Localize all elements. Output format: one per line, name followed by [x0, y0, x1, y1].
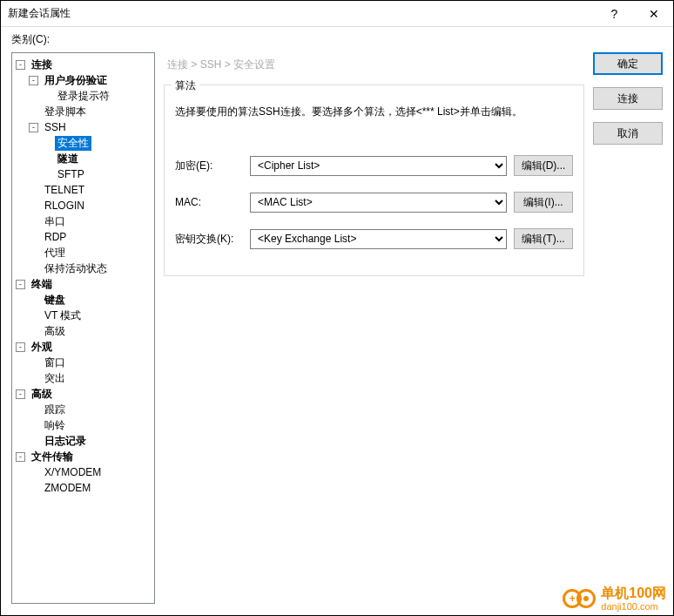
- tree-item[interactable]: 高级: [12, 323, 154, 339]
- dialog-buttons: 确定 连接 取消: [593, 52, 663, 604]
- tree-item[interactable]: X/YMODEM: [12, 464, 154, 480]
- ok-button[interactable]: 确定: [593, 52, 663, 75]
- watermark-url: danji100.com: [601, 601, 666, 612]
- tree-item[interactable]: -外观: [12, 339, 154, 355]
- tree-item-label: 跟踪: [42, 403, 68, 417]
- tree-item[interactable]: 隧道: [12, 151, 154, 166]
- form-label: 密钥交换(K):: [175, 232, 243, 247]
- tree-item[interactable]: 响铃: [12, 417, 154, 433]
- tree-item-label: 高级: [42, 324, 68, 339]
- tree-item[interactable]: 代理: [12, 245, 154, 261]
- collapse-icon[interactable]: -: [16, 389, 25, 399]
- tree-item-label: 响铃: [42, 418, 68, 433]
- tree-item-label: 串口: [42, 214, 68, 229]
- tree-item-label: 用户身份验证: [42, 73, 110, 88]
- tree-item-label: 代理: [42, 246, 68, 261]
- tree-item[interactable]: ZMODEM: [12, 480, 154, 496]
- tree-item-label: 高级: [29, 387, 55, 402]
- tree-item[interactable]: -用户身份验证: [12, 72, 154, 88]
- watermark-text: 单机100网: [601, 586, 666, 601]
- tree-item-label: SSH: [42, 121, 69, 133]
- title-bar: 新建会话属性 ? ✕: [1, 1, 673, 27]
- tree-item[interactable]: VT 模式: [12, 308, 154, 323]
- tree-item-label: VT 模式: [42, 308, 84, 323]
- edit-button[interactable]: 编辑(D)...: [514, 155, 573, 176]
- tree-item[interactable]: 保持活动状态: [12, 261, 154, 276]
- tree-item-label: 连接: [29, 58, 55, 72]
- tree-item-label: RDP: [42, 231, 69, 243]
- form-row: 密钥交换(K):<Key Exchange List>编辑(T)...: [175, 228, 573, 249]
- collapse-icon[interactable]: -: [29, 123, 38, 132]
- tree-item[interactable]: SFTP: [12, 166, 154, 182]
- cancel-button[interactable]: 取消: [593, 122, 663, 145]
- tree-item[interactable]: 安全性: [12, 135, 154, 151]
- group-title: 算法: [172, 78, 199, 93]
- tree-item-label: 外观: [29, 340, 55, 355]
- form-label: MAC:: [175, 196, 243, 208]
- algorithm-select[interactable]: <MAC List>: [250, 193, 507, 213]
- tree-item[interactable]: TELNET: [12, 182, 154, 198]
- watermark-logo-icon: +: [563, 589, 596, 608]
- edit-button[interactable]: 编辑(T)...: [514, 228, 573, 249]
- tree-item-label: 登录提示符: [55, 89, 112, 104]
- settings-panel: 连接 > SSH > 安全设置 算法 选择要使用的算法SSH连接。要选择多个算法…: [164, 52, 584, 604]
- tree-item[interactable]: RDP: [12, 229, 154, 245]
- tree-item-label: 日志记录: [42, 434, 89, 449]
- window-title: 新建会话属性: [8, 6, 595, 21]
- collapse-icon[interactable]: -: [29, 76, 38, 85]
- tree-item-label: 隧道: [55, 152, 81, 166]
- tree-item[interactable]: RLOGIN: [12, 198, 154, 213]
- breadcrumb: 连接 > SSH > 安全设置: [164, 52, 584, 81]
- main-area: -连接-用户身份验证登录提示符登录脚本-SSH安全性隧道SFTPTELNETRL…: [1, 52, 673, 614]
- tree-item-label: SFTP: [55, 168, 87, 180]
- form-label: 加密(E):: [175, 159, 243, 173]
- watermark: + 单机100网 danji100.com: [563, 586, 666, 612]
- tree-item[interactable]: -文件传输: [12, 449, 154, 464]
- tree-item[interactable]: 登录提示符: [12, 88, 154, 104]
- collapse-icon[interactable]: -: [16, 342, 25, 352]
- tree-item-label: RLOGIN: [42, 200, 87, 212]
- collapse-icon[interactable]: -: [16, 60, 25, 70]
- category-label: 类别(C):: [1, 27, 673, 52]
- tree-item-label: 保持活动状态: [42, 261, 110, 276]
- content-area: 连接 > SSH > 安全设置 算法 选择要使用的算法SSH连接。要选择多个算法…: [164, 52, 663, 604]
- group-help-text: 选择要使用的算法SSH连接。要选择多个算法，选择<*** List>并单击编辑。: [175, 104, 573, 120]
- tree-item[interactable]: 跟踪: [12, 402, 154, 417]
- tree-item[interactable]: -连接: [12, 57, 154, 72]
- algorithm-select[interactable]: <Key Exchange List>: [250, 229, 507, 249]
- tree-item-label: 登录脚本: [42, 105, 89, 119]
- tree-item[interactable]: 突出: [12, 370, 154, 386]
- collapse-icon[interactable]: -: [16, 452, 25, 462]
- collapse-icon[interactable]: -: [16, 280, 25, 289]
- form-row: 加密(E):<Cipher List>编辑(D)...: [175, 155, 573, 176]
- form-row: MAC:<MAC List>编辑(I)...: [175, 192, 573, 213]
- tree-item-label: 终端: [29, 277, 55, 292]
- edit-button[interactable]: 编辑(I)...: [514, 192, 573, 213]
- tree-item-label: 安全性: [55, 136, 91, 151]
- help-button[interactable]: ?: [595, 1, 634, 27]
- tree-item-label: 突出: [42, 371, 68, 386]
- connect-button[interactable]: 连接: [593, 87, 663, 110]
- tree-item[interactable]: 窗口: [12, 355, 154, 370]
- tree-item-label: ZMODEM: [42, 482, 93, 494]
- tree-item-label: X/YMODEM: [42, 466, 104, 478]
- tree-item[interactable]: -终端: [12, 276, 154, 292]
- tree-item-label: TELNET: [42, 184, 87, 196]
- tree-item-label: 键盘: [42, 293, 68, 308]
- tree-item[interactable]: 键盘: [12, 292, 154, 308]
- tree-item[interactable]: 串口: [12, 213, 154, 229]
- category-tree[interactable]: -连接-用户身份验证登录提示符登录脚本-SSH安全性隧道SFTPTELNETRL…: [11, 52, 155, 604]
- algorithm-group: 算法 选择要使用的算法SSH连接。要选择多个算法，选择<*** List>并单击…: [164, 85, 584, 276]
- tree-item[interactable]: -SSH: [12, 119, 154, 135]
- tree-item[interactable]: -高级: [12, 386, 154, 402]
- tree-item-label: 窗口: [42, 355, 68, 370]
- algorithm-select[interactable]: <Cipher List>: [250, 156, 507, 176]
- tree-item[interactable]: 日志记录: [12, 433, 154, 449]
- tree-item[interactable]: 登录脚本: [12, 104, 154, 119]
- close-button[interactable]: ✕: [634, 1, 673, 27]
- tree-item-label: 文件传输: [29, 450, 76, 464]
